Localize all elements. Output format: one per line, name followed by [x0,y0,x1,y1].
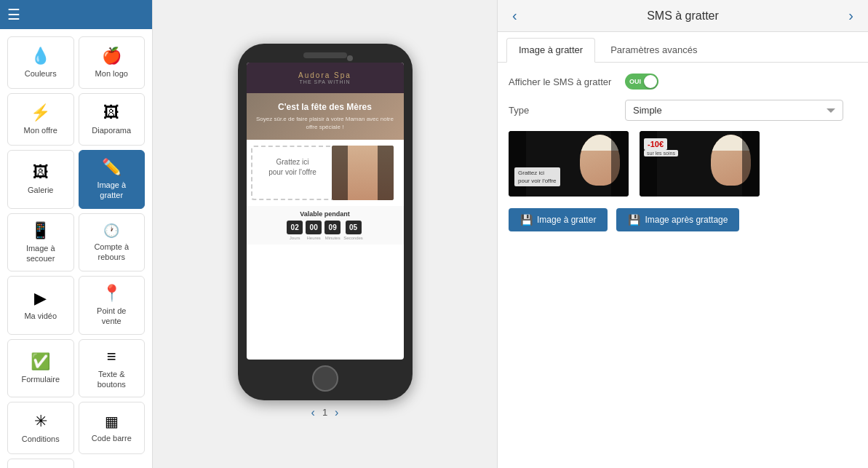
sidebar-item-image-a-secouer[interactable]: 📱 Image à secouer [7,213,74,272]
countdown-secondes: 05 Secondes [343,221,363,240]
toggle-label: OUI [629,78,641,85]
sidebar-item-conditions[interactable]: ✳ Conditions [7,402,74,454]
countdown-secondes-label: Secondes [343,236,363,240]
sidebar-item-calques-animes[interactable]: ✳ Calquesanimés [7,459,74,468]
tab-label: Image à gratter [519,44,583,55]
sidebar: ☰ 💧 Couleurs 🍎 Mon logo ⚡ Mon offre 🖼 Di… [0,0,153,468]
toggle-track: OUI [625,74,658,90]
image-apres-btn-label: Image après grattage [645,215,728,225]
phone-section: Audora Spa THE SPA WITHIN C'est la fête … [153,0,497,468]
water-drop-icon: 💧 [31,47,50,66]
panel-tabs: Image à gratter Paramètres avancés [498,32,868,63]
upload-icon-2: 💾 [628,214,640,226]
screen-valable: Valable pendant 02 Jours 00 Heures [247,206,404,245]
countdown-minutes-val: 09 [324,221,341,234]
tab-parametres-avances[interactable]: Paramètres avancés [598,38,709,62]
sidebar-item-ma-video[interactable]: ▶ Ma vidéo [7,276,74,335]
upload-icon-1: 💾 [520,214,533,226]
sidebar-item-galerie[interactable]: 🖼 Galerie [7,150,74,209]
sidebar-item-mon-logo[interactable]: 🍎 Mon logo [79,36,146,89]
scratch-text: Grattez icipour voir l'offre [268,158,316,176]
phone-home-button[interactable] [312,365,338,392]
sidebar-item-label: Conditions [22,434,60,444]
phone-screen: Audora Spa THE SPA WITHIN C'est la fête … [247,63,404,360]
content-area: Audora Spa THE SPA WITHIN C'est la fête … [153,0,868,468]
sidebar-item-compte-a-rebours[interactable]: 🕐 Compte àrebours [79,213,146,272]
hero-title: C'est la fête des Mères [252,102,398,112]
sidebar-item-label: Mon logo [95,68,128,79]
barcode-icon: ▦ [105,413,119,430]
lightning-icon: ⚡ [31,103,50,122]
tab-label: Paramètres avancés [610,44,697,55]
location-icon: 📍 [102,284,122,303]
countdown-heures-val: 00 [306,221,322,234]
clock-icon: 🕐 [103,223,119,239]
brand-name: Audora Spa [252,71,398,79]
phone-speaker [303,52,347,58]
sidebar-item-image-a-gratter[interactable]: ✏️ Image àgratter [79,150,146,209]
sidebar-item-diaporama[interactable]: 🖼 Diaporama [79,93,146,146]
brand-sub: THE SPA WITHIN [252,79,398,84]
sidebar-item-label: Couleurs [25,68,57,79]
sidebar-item-texte-boutons[interactable]: ≡ Texte &boutons [79,339,146,398]
toggle-afficher[interactable]: OUI [625,74,658,90]
scratch-box: Grattez icipour voir l'offre [251,146,335,200]
preview1-overlay-text: Grattez icipour voir l'offre [514,167,560,186]
menu-icon[interactable]: ☰ [7,6,20,23]
text-icon: ≡ [107,347,116,366]
tab-image-a-gratter[interactable]: Image à gratter [506,38,595,63]
toggle-knob [644,75,657,88]
image-icon: 🖼 [103,103,119,122]
scratch-icon: ✏️ [102,158,122,177]
sidebar-item-label: Image à secouer [12,243,70,264]
sidebar-header: ☰ [0,0,152,29]
sidebar-item-couleurs[interactable]: 💧 Couleurs [7,36,74,89]
type-row: Type Simple Avancé [509,100,857,121]
type-select[interactable]: Simple Avancé [625,100,843,121]
video-icon: ▶ [34,289,47,308]
preview2-sub-text: sur les soins [644,150,678,156]
sidebar-item-label: Mon offre [24,125,57,135]
sidebar-item-label: Point devente [97,306,126,327]
valable-title: Valable pendant [252,210,398,218]
page-prev-arrow[interactable]: ‹ [311,406,315,419]
page-number: 1 [322,407,327,418]
sidebar-item-label: Formulaire [21,374,60,384]
page-next-arrow[interactable]: › [335,406,338,419]
sidebar-item-formulaire[interactable]: ✅ Formulaire [7,339,74,398]
preview2-discount-text: -10€ [644,138,667,150]
sidebar-item-label: Ma vidéo [24,311,57,321]
screen-header: Audora Spa THE SPA WITHIN [247,63,404,93]
conditions-icon: ✳ [34,412,47,431]
preview-after: -10€ sur les soins [640,131,760,197]
panel-next-arrow[interactable]: › [845,7,857,24]
panel-title: SMS à gratter [521,9,845,23]
afficher-label: Afficher le SMS à gratter [509,76,625,87]
preview-before: Grattez icipour voir l'offre [509,131,629,197]
image-a-gratter-button[interactable]: 💾 Image à gratter [509,208,608,231]
sidebar-item-point-de-vente[interactable]: 📍 Point devente [79,276,146,335]
sidebar-item-label: Diaporama [92,125,131,135]
countdown-heures: 00 Heures [306,221,322,240]
sidebar-item-mon-offre[interactable]: ⚡ Mon offre [7,93,74,146]
main: Audora Spa THE SPA WITHIN C'est la fête … [153,0,868,468]
hero-text: Soyez sûr.e de faire plaisir à votre Mam… [252,115,398,131]
right-panel: ‹ SMS à gratter › Image à gratter Paramè… [497,0,868,468]
countdown-jours-val: 02 [287,221,303,234]
scratch-image [332,146,394,200]
sidebar-grid: 💧 Couleurs 🍎 Mon logo ⚡ Mon offre 🖼 Diap… [0,29,152,468]
countdown-jours: 02 Jours [287,221,303,240]
countdown-jours-label: Jours [290,236,300,240]
countdown-minutes: 09 Minutes [324,221,341,240]
sidebar-item-label: Image àgratter [97,180,126,201]
phone-camera [347,55,353,61]
image-apres-button[interactable]: 💾 Image après grattage [616,208,739,231]
sidebar-item-label: Galerie [28,185,53,195]
type-label: Type [509,105,625,116]
page-nav: ‹ 1 › [306,400,345,425]
panel-header: ‹ SMS à gratter › [498,0,868,32]
panel-prev-arrow[interactable]: ‹ [509,7,521,24]
sidebar-item-code-barre[interactable]: ▦ Code barre [79,402,146,454]
scratch-area: Grattez icipour voir l'offre [247,140,404,206]
action-buttons: 💾 Image à gratter 💾 Image après grattage [509,208,857,231]
